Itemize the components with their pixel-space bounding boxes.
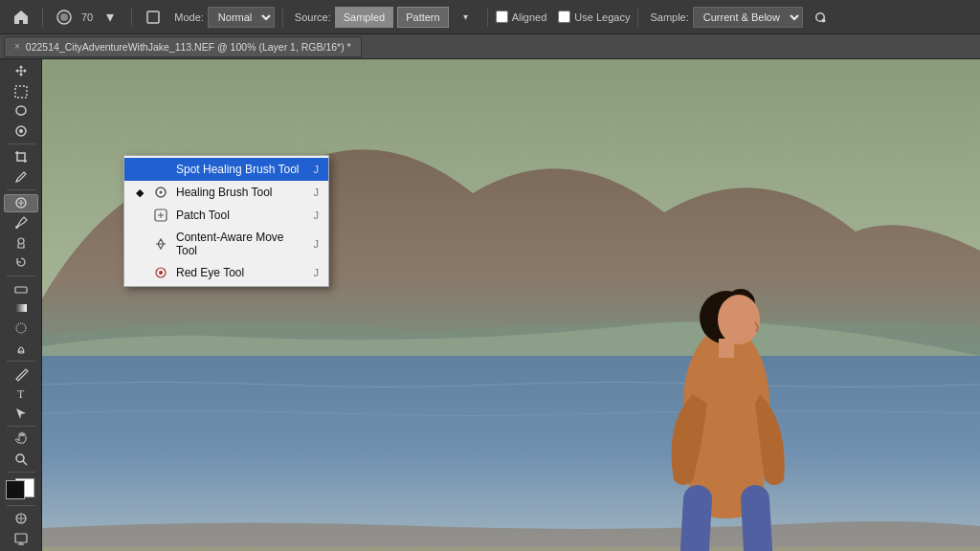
menu-bar: 70 ▾ Mode: Normal Source: Sampled Patter… <box>0 0 980 34</box>
hand-tool-btn[interactable] <box>4 430 38 449</box>
healing-brush-tool-btn[interactable] <box>4 194 38 212</box>
svg-point-1 <box>60 13 68 21</box>
ctx-spot-healing-label: Spot Healing Brush Tool <box>176 163 306 176</box>
svg-point-7 <box>16 180 18 182</box>
pattern-dropdown-icon[interactable]: ▾ <box>453 4 479 31</box>
svg-point-28 <box>718 295 760 344</box>
document-tab[interactable]: × 022514_CityAdventureWithJake_113.NEF @… <box>4 36 362 57</box>
quick-mask-btn[interactable] <box>4 510 38 528</box>
brush-dropdown-icon[interactable]: ▾ <box>97 4 123 31</box>
red-eye-icon <box>153 265 168 280</box>
ctx-red-eye-shortcut: J <box>314 267 320 278</box>
tab-title: 022514_CityAdventureWithJake_113.NEF @ 1… <box>26 41 351 53</box>
sample-label: Sample: <box>650 11 688 23</box>
crop-tool-btn[interactable] <box>4 148 38 166</box>
separator5 <box>637 8 638 27</box>
canvas-area[interactable]: Spot Healing Brush Tool J ◆ Healing Brus… <box>42 59 980 551</box>
ctx-spot-healing-item[interactable]: Spot Healing Brush Tool J <box>124 158 328 181</box>
history-brush-tool-btn[interactable] <box>4 253 38 272</box>
ctx-healing-brush-label: Healing Brush Tool <box>176 186 306 199</box>
pen-tool-btn[interactable] <box>4 364 38 383</box>
text-tool-btn[interactable]: T <box>4 385 38 403</box>
brush-tool-btn[interactable] <box>4 214 38 232</box>
ctx-red-eye-label: Red Eye Tool <box>176 266 306 279</box>
svg-rect-12 <box>15 304 27 312</box>
sample-settings-icon[interactable] <box>807 4 834 31</box>
svg-point-34 <box>159 271 163 275</box>
eraser-tool-btn[interactable] <box>4 279 38 298</box>
patch-icon <box>153 208 168 223</box>
aligned-group: Aligned <box>496 11 547 23</box>
source-pattern-btn[interactable]: Pattern <box>397 7 448 28</box>
toolbar-sep1 <box>7 143 35 144</box>
svg-point-16 <box>16 454 24 462</box>
foreground-color[interactable] <box>6 480 25 499</box>
brush-menu-icon[interactable] <box>51 4 78 31</box>
toolbar-sep3 <box>7 276 35 276</box>
sample-select[interactable]: Current & Below <box>693 7 803 28</box>
svg-rect-11 <box>15 287 27 293</box>
ctx-content-aware-item[interactable]: Content-Aware Move Tool J <box>124 227 328 261</box>
toolbar-sep4 <box>7 361 35 362</box>
ctx-red-eye-item[interactable]: Red Eye Tool J <box>124 261 328 284</box>
mode-select[interactable]: Normal <box>208 7 275 28</box>
stamp-tool-btn[interactable] <box>4 234 38 253</box>
path-select-tool-btn[interactable] <box>4 405 38 423</box>
blur-tool-btn[interactable] <box>4 320 38 338</box>
lasso-tool-btn[interactable] <box>4 102 38 121</box>
ctx-content-aware-label: Content-Aware Move Tool <box>176 231 306 257</box>
use-legacy-group: Use Legacy <box>558 11 630 23</box>
use-legacy-label: Use Legacy <box>574 11 630 23</box>
toolbar: T <box>0 59 42 551</box>
aligned-checkbox[interactable] <box>496 11 508 23</box>
separator <box>42 8 43 27</box>
context-menu: Spot Healing Brush Tool J ◆ Healing Brus… <box>123 155 329 287</box>
separator4 <box>487 8 488 27</box>
svg-point-9 <box>15 226 18 229</box>
spot-healing-icon <box>153 162 168 177</box>
separator2 <box>131 8 132 27</box>
tab-close-btn[interactable]: × <box>14 41 20 52</box>
dodge-tool-btn[interactable] <box>4 339 38 357</box>
toolbar-sep2 <box>7 189 35 190</box>
ctx-healing-brush-item[interactable]: ◆ Healing Brush Tool J <box>124 181 328 204</box>
ctx-patch-shortcut: J <box>314 209 320 221</box>
toolbar-sep7 <box>7 505 35 506</box>
separator3 <box>282 8 283 27</box>
source-sampled-btn[interactable]: Sampled <box>335 7 393 28</box>
svg-point-6 <box>19 129 23 133</box>
ctx-check-marker: ◆ <box>134 187 145 199</box>
svg-rect-4 <box>15 86 27 98</box>
ctx-spot-healing-shortcut: J <box>314 164 320 175</box>
photo-background <box>42 59 980 551</box>
svg-rect-19 <box>15 534 27 542</box>
svg-point-14 <box>18 351 24 353</box>
mode-icon <box>140 4 167 31</box>
gradient-tool-btn[interactable] <box>4 299 38 318</box>
screen-mode-btn[interactable] <box>4 529 38 547</box>
tab-bar: × 022514_CityAdventureWithJake_113.NEF @… <box>0 34 980 59</box>
ctx-healing-brush-shortcut: J <box>314 187 320 198</box>
use-legacy-checkbox[interactable] <box>558 11 570 23</box>
toolbar-sep5 <box>7 426 35 427</box>
content-aware-icon <box>153 236 168 252</box>
svg-line-17 <box>23 461 27 465</box>
home-icon[interactable] <box>8 4 34 31</box>
svg-point-3 <box>821 18 825 22</box>
svg-rect-2 <box>147 11 159 23</box>
marquee-tool-btn[interactable] <box>4 83 38 101</box>
ctx-patch-item[interactable]: Patch Tool J <box>124 204 328 227</box>
color-swatch[interactable] <box>6 480 36 498</box>
healing-brush-icon <box>153 185 168 200</box>
zoom-tool-btn[interactable] <box>4 450 38 468</box>
main-area: T <box>0 59 980 551</box>
brush-size-indicator: 70 <box>81 11 93 23</box>
source-label: Source: <box>295 11 331 23</box>
mode-label: Mode: <box>174 11 204 23</box>
ctx-patch-label: Patch Tool <box>176 209 306 222</box>
aligned-label: Aligned <box>512 11 547 23</box>
move-tool-btn[interactable] <box>4 63 38 81</box>
eyedropper-tool-btn[interactable] <box>4 168 38 187</box>
ctx-content-aware-shortcut: J <box>314 238 320 250</box>
quick-select-tool-btn[interactable] <box>4 122 38 141</box>
